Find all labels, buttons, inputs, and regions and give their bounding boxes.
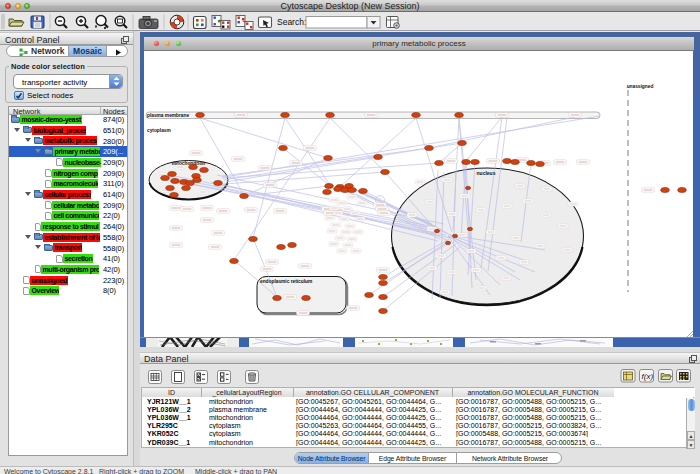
- svg-text:unassigned: unassigned: [627, 84, 654, 89]
- svg-text:plasma membrane: plasma membrane: [147, 113, 189, 118]
- svg-text:Search:: Search:: [277, 17, 306, 27]
- svg-text:f(x): f(x): [642, 372, 654, 381]
- svg-text:cytoplasm: cytoplasm: [147, 128, 171, 133]
- svg-text:nucleus: nucleus: [477, 170, 496, 176]
- svg-text:endoplasmic reticulum: endoplasmic reticulum: [260, 279, 312, 284]
